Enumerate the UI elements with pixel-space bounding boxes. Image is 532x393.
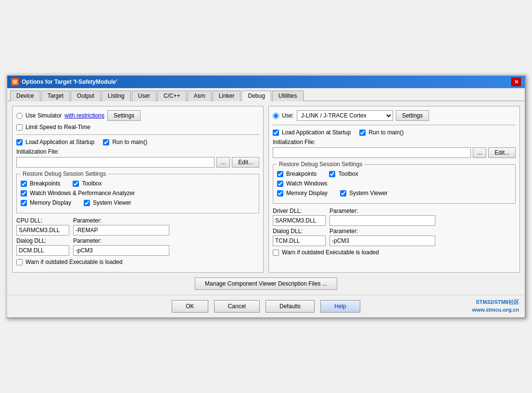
right-dialog-param-input[interactable]	[329, 236, 435, 246]
right-toolbox-checkbox[interactable]	[329, 171, 335, 177]
left-cpu-dll-field: CPU DLL:	[16, 217, 69, 236]
tab-asm[interactable]: Asm	[188, 91, 212, 101]
title-bar-left: W Options for Target 'f-SafetyModule'	[11, 78, 117, 86]
left-restore-group: Restore Debug Session Settings Breakpoin…	[16, 170, 259, 213]
simulator-row: Use Simulator with restrictions Settings	[16, 110, 259, 121]
use-radio[interactable]	[273, 113, 279, 119]
right-warn-row: Warn if outdated Executable is loaded	[273, 249, 516, 256]
right-init-edit-button[interactable]: Edit...	[488, 147, 516, 158]
simulator-radio[interactable]	[16, 113, 23, 119]
right-watch-checkbox[interactable]	[277, 181, 283, 187]
left-run-main-label: Run to main()	[112, 139, 147, 145]
left-memory-row: Memory Display System Viewer	[21, 199, 255, 206]
use-label: Use:	[282, 112, 294, 119]
left-watch-row: Watch Windows & Performance Analyzer	[21, 190, 255, 196]
right-sysviewer-label: System Viewer	[349, 190, 388, 196]
right-restore-legend: Restore Debug Session Settings	[277, 161, 364, 168]
defaults-button[interactable]: Defaults	[266, 300, 315, 313]
left-watch-label: Watch Windows & Performance Analyzer	[30, 190, 135, 196]
left-run-main-checkbox[interactable]	[103, 139, 109, 145]
main-content: Use Simulator with restrictions Settings…	[7, 101, 525, 295]
right-load-app-checkbox[interactable]	[273, 130, 279, 136]
right-run-main-checkbox[interactable]	[359, 130, 366, 136]
left-dialog-dll-label: Dialog DLL:	[16, 237, 69, 244]
left-breakpoints-checkbox[interactable]	[21, 181, 27, 187]
right-init-file-input[interactable]	[273, 147, 471, 158]
tab-device[interactable]: Device	[10, 91, 40, 101]
help-button[interactable]: Help	[320, 300, 360, 313]
main-window: W Options for Target 'f-SafetyModule' ✕ …	[6, 75, 526, 318]
left-dialog-dll-row: Dialog DLL: Parameter:	[16, 237, 259, 256]
right-driver-dll-row: Driver DLL: Parameter:	[273, 208, 516, 226]
left-dialog-param-input[interactable]	[73, 245, 169, 256]
right-driver-dll-label: Driver DLL:	[273, 208, 326, 214]
tab-debug[interactable]: Debug	[241, 91, 271, 101]
ok-button[interactable]: OK	[172, 300, 208, 313]
left-load-app-checkbox[interactable]	[16, 139, 23, 145]
right-warn-label: Warn if outdated Executable is loaded	[282, 249, 379, 256]
left-init-edit-button[interactable]: Edit...	[232, 157, 259, 168]
right-dialog-param-label: Parameter:	[329, 228, 435, 235]
with-restrictions-link[interactable]: with restrictions	[64, 112, 104, 119]
left-load-app-label: Load Application at Startup	[25, 139, 94, 145]
tab-user[interactable]: User	[132, 91, 156, 101]
tab-utilities[interactable]: Utilities	[272, 91, 304, 101]
right-init-file-row: ... Edit...	[273, 147, 516, 158]
left-watch-checkbox[interactable]	[21, 190, 27, 196]
limit-speed-row: Limit Speed to Real-Time	[16, 124, 259, 131]
tab-output[interactable]: Output	[71, 91, 101, 101]
cancel-button[interactable]: Cancel	[214, 300, 260, 313]
left-init-file-input[interactable]	[16, 157, 215, 168]
simulator-settings-button[interactable]: Settings	[107, 110, 140, 121]
left-warn-label: Warn if outdated Executable is loaded	[25, 259, 123, 265]
left-cpu-dll-label: CPU DLL:	[16, 217, 69, 224]
left-warn-checkbox[interactable]	[16, 259, 23, 265]
right-breakpoints-row: Breakpoints Toolbox	[277, 170, 511, 177]
tab-listing[interactable]: Listing	[101, 91, 131, 101]
right-init-file-label: Initialization File:	[273, 139, 316, 145]
left-dialog-dll-input[interactable]	[16, 245, 69, 256]
limit-speed-label: Limit Speed to Real-Time	[25, 124, 90, 131]
left-panel: Use Simulator with restrictions Settings…	[12, 106, 264, 273]
right-driver-dll-input[interactable]	[273, 215, 326, 226]
separator-1	[16, 134, 259, 135]
close-button[interactable]: ✕	[511, 78, 521, 86]
right-load-run-row: Load Application at Startup Run to main(…	[273, 129, 516, 136]
right-watch-label: Watch Windows	[286, 180, 328, 187]
right-restore-group: Restore Debug Session Settings Breakpoin…	[273, 161, 516, 204]
limit-speed-checkbox[interactable]	[16, 124, 23, 131]
right-memory-checkbox[interactable]	[277, 190, 283, 196]
right-driver-param-label: Parameter:	[329, 208, 435, 214]
tab-linker[interactable]: Linker	[213, 91, 241, 101]
left-cpu-dll-input[interactable]	[16, 225, 69, 236]
left-restore-legend: Restore Debug Session Settings	[21, 170, 108, 177]
right-dialog-dll-field: Dialog DLL:	[273, 228, 326, 246]
right-breakpoints-checkbox[interactable]	[277, 171, 283, 177]
watermark: STM32/STM8社区 www.stmcu.org.cn	[472, 299, 519, 314]
watermark-line2: www.stmcu.org.cn	[472, 306, 519, 314]
watermark-line1: STM32/STM8社区	[472, 299, 519, 306]
left-sysviewer-checkbox[interactable]	[84, 200, 90, 206]
use-row: Use: J-LINK / J-TRACE Cortex Settings	[273, 110, 516, 121]
left-cpu-param-input[interactable]	[73, 225, 169, 236]
left-memory-checkbox[interactable]	[21, 200, 27, 206]
right-warn-checkbox[interactable]	[273, 249, 279, 256]
tab-cpp[interactable]: C/C++	[157, 91, 187, 101]
right-init-browse-button[interactable]: ...	[473, 147, 486, 158]
left-warn-row: Warn if outdated Executable is loaded	[16, 259, 259, 265]
right-settings-button[interactable]: Settings	[396, 110, 429, 121]
left-toolbox-checkbox[interactable]	[73, 181, 79, 187]
use-device-select[interactable]: J-LINK / J-TRACE Cortex	[297, 110, 393, 121]
left-init-browse-button[interactable]: ...	[216, 157, 230, 168]
right-dialog-dll-input[interactable]	[273, 236, 326, 246]
right-sysviewer-checkbox[interactable]	[340, 190, 346, 196]
right-driver-param-input[interactable]	[329, 215, 435, 226]
manage-component-button[interactable]: Manage Component Viewer Description File…	[195, 277, 337, 290]
title-bar: W Options for Target 'f-SafetyModule' ✕	[7, 76, 525, 88]
left-memory-label: Memory Display	[30, 199, 71, 206]
left-dll-section: CPU DLL: Parameter: Dialog DLL:	[16, 217, 259, 256]
left-cpu-param-field: Parameter:	[73, 217, 169, 236]
tab-target[interactable]: Target	[41, 91, 70, 101]
right-run-main-label: Run to main()	[368, 129, 404, 136]
right-panel: Use: J-LINK / J-TRACE Cortex Settings Lo…	[268, 106, 520, 273]
